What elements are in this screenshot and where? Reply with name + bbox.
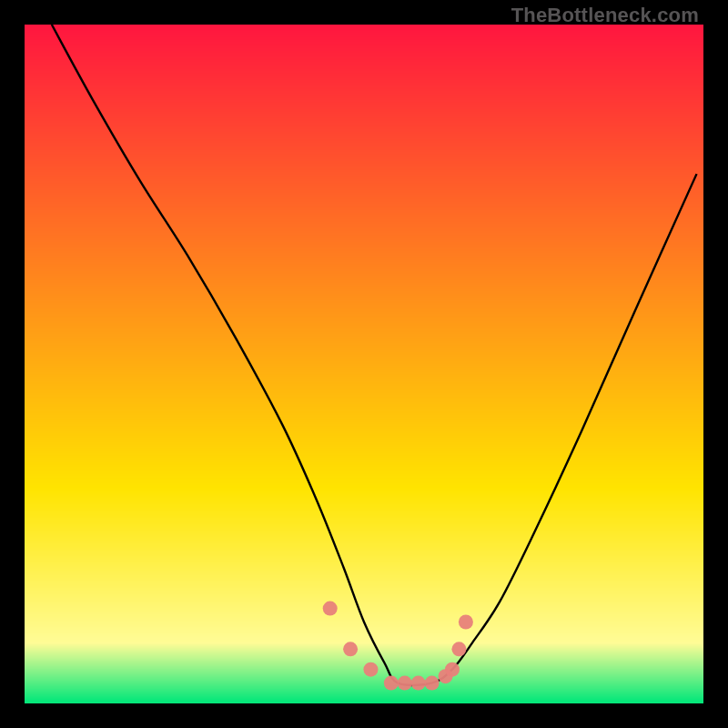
heat-gradient-background bbox=[25, 25, 703, 703]
chart-plot-area bbox=[25, 25, 703, 703]
watermark-text: TheBottleneck.com bbox=[511, 4, 699, 27]
